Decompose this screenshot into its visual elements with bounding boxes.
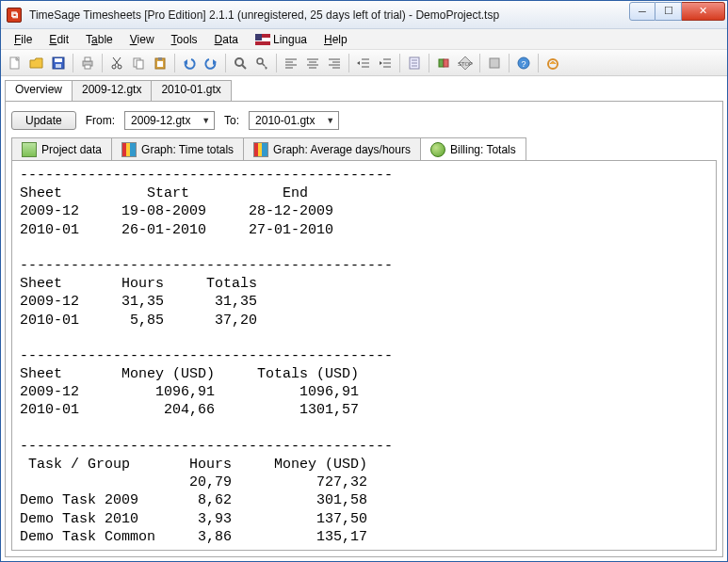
menu-tools[interactable]: Tools: [164, 31, 205, 48]
svg-rect-53: [490, 58, 499, 68]
from-label: From:: [86, 114, 115, 127]
svg-text:?: ?: [521, 59, 526, 69]
svg-point-20: [235, 58, 243, 66]
svg-rect-5: [56, 64, 61, 68]
toolbar: STOP ?: [1, 50, 727, 76]
menubar: File Edit Table View Tools Data Lingua H…: [1, 29, 727, 50]
tab-label: Graph: Time totals: [141, 143, 234, 156]
svg-rect-17: [157, 61, 163, 67]
svg-line-21: [242, 65, 246, 69]
notes-icon[interactable]: [404, 53, 425, 73]
flag-icon: [255, 34, 270, 45]
billing-report-text[interactable]: ----------------------------------------…: [12, 161, 716, 550]
svg-line-23: [262, 63, 265, 66]
svg-marker-2: [30, 58, 42, 68]
tab-2009-12[interactable]: 2009-12.gtx: [72, 80, 152, 101]
maximize-button[interactable]: ☐: [655, 2, 682, 21]
minimize-button[interactable]: ─: [629, 2, 655, 21]
timer-stop-icon[interactable]: STOP: [455, 53, 476, 73]
svg-marker-44: [380, 61, 382, 65]
find-icon[interactable]: [230, 53, 251, 73]
menu-table[interactable]: Table: [78, 31, 121, 48]
tab-2010-01[interactable]: 2010-01.gtx: [151, 80, 231, 101]
menu-help[interactable]: Help: [316, 31, 355, 48]
app-icon: ⧉: [7, 8, 22, 23]
copy-icon[interactable]: [128, 53, 149, 73]
menu-file[interactable]: File: [7, 31, 40, 48]
svg-marker-24: [265, 66, 267, 70]
svg-marker-40: [357, 61, 360, 65]
undo-icon[interactable]: [179, 53, 200, 73]
home-icon[interactable]: [542, 53, 563, 73]
from-dropdown[interactable]: 2009-12.gtx ▼: [124, 111, 215, 130]
svg-rect-50: [444, 59, 448, 67]
chevron-down-icon: ▼: [202, 116, 210, 125]
menu-edit[interactable]: Edit: [41, 31, 76, 48]
indent-icon[interactable]: [353, 53, 374, 73]
overview-panel: Update From: 2009-12.gtx ▼ To: 2010-01.g…: [5, 101, 723, 557]
help-icon[interactable]: ?: [513, 53, 534, 73]
to-label: To:: [224, 114, 239, 127]
tab-label: Graph: Average days/hours: [273, 143, 411, 156]
open-file-icon[interactable]: [26, 53, 47, 73]
align-right-icon[interactable]: [324, 53, 345, 73]
menu-data[interactable]: Data: [207, 31, 246, 48]
goto-icon[interactable]: [251, 53, 272, 73]
outdent-icon[interactable]: [375, 53, 396, 73]
svg-rect-7: [85, 57, 90, 61]
menu-view[interactable]: View: [122, 31, 162, 48]
bar-chart-icon: [121, 142, 137, 157]
billing-panel: ----------------------------------------…: [11, 160, 717, 551]
tab-graph-average-days[interactable]: Graph: Average days/hours: [243, 137, 421, 160]
close-button[interactable]: ✕: [682, 2, 725, 21]
to-dropdown[interactable]: 2010-01.gtx ▼: [249, 111, 339, 130]
align-center-icon[interactable]: [302, 53, 323, 73]
svg-rect-16: [158, 57, 162, 60]
content-area: Overview 2009-12.gtx 2010-01.gtx Update …: [1, 76, 727, 561]
window-title: TimeSage Timesheets [Pro Edition] 2.1.1 …: [27, 8, 629, 22]
from-value: 2009-12.gtx: [131, 114, 190, 127]
bar-chart-icon: [253, 142, 268, 157]
tab-overview[interactable]: Overview: [5, 80, 73, 101]
minimize-to-tray-icon[interactable]: [484, 53, 505, 73]
align-left-icon[interactable]: [281, 53, 301, 73]
app-window: ⧉ TimeSage Timesheets [Pro Edition] 2.1.…: [0, 0, 728, 562]
svg-rect-14: [137, 60, 143, 69]
document-tabs: Overview 2009-12.gtx 2010-01.gtx: [5, 80, 723, 101]
svg-rect-49: [439, 59, 444, 67]
timer-start-icon[interactable]: [433, 53, 454, 73]
save-icon[interactable]: [48, 53, 69, 73]
cut-icon[interactable]: [106, 53, 127, 73]
new-file-icon[interactable]: [5, 53, 25, 73]
billing-icon: [430, 142, 445, 157]
print-icon[interactable]: [77, 53, 98, 73]
tab-label: Project data: [41, 143, 102, 156]
chevron-down-icon: ▼: [326, 116, 334, 125]
tab-billing-totals[interactable]: Billing: Totals: [420, 137, 526, 160]
svg-rect-4: [55, 58, 62, 62]
update-button[interactable]: Update: [11, 111, 76, 130]
redo-icon[interactable]: [201, 53, 221, 73]
overview-inner-tabs: Project data Graph: Time totals Graph: A…: [11, 137, 717, 160]
paste-icon[interactable]: [150, 53, 170, 73]
project-data-icon: [22, 142, 37, 157]
tab-label: Billing: Totals: [450, 143, 516, 156]
svg-rect-8: [85, 65, 90, 69]
titlebar[interactable]: ⧉ TimeSage Timesheets [Pro Edition] 2.1.…: [1, 1, 727, 29]
filter-row: Update From: 2009-12.gtx ▼ To: 2010-01.g…: [11, 107, 717, 137]
menu-lingua[interactable]: Lingua: [248, 31, 315, 48]
tab-project-data[interactable]: Project data: [11, 137, 112, 160]
svg-point-10: [118, 65, 121, 69]
window-controls: ─ ☐ ✕: [629, 2, 725, 21]
svg-point-9: [112, 65, 116, 69]
to-value: 2010-01.gtx: [255, 114, 315, 127]
svg-text:STOP: STOP: [458, 61, 473, 67]
tab-graph-time-totals[interactable]: Graph: Time totals: [111, 137, 244, 160]
